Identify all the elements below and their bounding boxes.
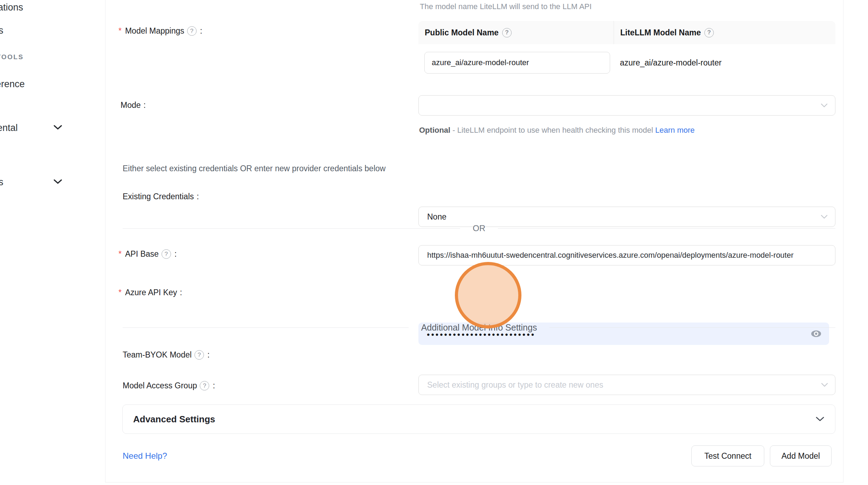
colon: : xyxy=(180,288,182,297)
model-mappings-label-text: Model Mappings xyxy=(125,26,184,36)
help-question-icon[interactable]: ? xyxy=(162,249,171,259)
sidebar-item-3[interactable]: erence xyxy=(0,79,25,90)
sidebar-item-4-label: ental xyxy=(0,123,18,133)
learn-more-link[interactable]: Learn more xyxy=(655,126,695,134)
required-asterisk: * xyxy=(118,288,122,297)
existing-credentials-label: Existing Credentials : xyxy=(123,192,199,201)
sidebar-item-2-label: s xyxy=(0,25,4,36)
azure-api-key-label-text: Azure API Key xyxy=(125,288,177,297)
colon: : xyxy=(144,101,146,110)
help-question-icon[interactable]: ? xyxy=(704,28,714,37)
add-model-button[interactable]: Add Model xyxy=(770,445,832,466)
model-name-help-text: The model name LiteLLM will send to the … xyxy=(420,2,592,11)
divider-line xyxy=(123,327,409,328)
team-byok-label-text: Team-BYOK Model xyxy=(123,350,192,360)
chevron-down-icon xyxy=(815,416,825,422)
mode-label: Mode : xyxy=(121,101,146,110)
litellm-model-name-header-text: LiteLLM Model Name xyxy=(620,28,701,37)
mode-help-body: - LiteLLM endpoint to use when health ch… xyxy=(450,126,655,134)
advanced-settings-panel[interactable]: Advanced Settings xyxy=(122,404,835,434)
litellm-model-name-header: LiteLLM Model Name ? xyxy=(614,21,835,44)
existing-credentials-label-text: Existing Credentials xyxy=(123,192,194,201)
add-model-form-card: The model name LiteLLM will send to the … xyxy=(105,0,843,483)
model-access-group-field xyxy=(418,375,835,395)
sidebar-item-1[interactable]: ations xyxy=(0,2,23,13)
sidebar-item-5-label: s xyxy=(0,177,4,187)
help-question-icon[interactable]: ? xyxy=(200,381,209,390)
help-question-icon[interactable]: ? xyxy=(194,350,204,360)
divider-line xyxy=(498,228,835,229)
help-question-icon[interactable]: ? xyxy=(187,26,197,36)
mode-help-bold: Optional xyxy=(419,126,450,134)
colon: : xyxy=(175,249,177,259)
team-byok-label: Team-BYOK Model ? : xyxy=(123,350,210,360)
api-base-label: * API Base ? : xyxy=(118,249,177,259)
chevron-down-icon[interactable] xyxy=(53,179,62,185)
azure-api-key-label: * Azure API Key : xyxy=(118,288,182,297)
sidebar-item-1-label: ations xyxy=(0,2,23,13)
credentials-note: Either select existing credentials OR en… xyxy=(123,164,385,173)
colon: : xyxy=(197,192,199,201)
required-asterisk: * xyxy=(118,249,122,259)
existing-credentials-value: None xyxy=(427,212,446,222)
litellm-model-name-value: azure_ai/azure-model-router xyxy=(614,58,835,68)
or-divider: OR xyxy=(123,223,835,233)
public-model-name-input[interactable] xyxy=(424,52,610,74)
mode-help-text: Optional - LiteLLM endpoint to use when … xyxy=(419,123,712,137)
model-access-group-label-text: Model Access Group xyxy=(123,381,197,390)
mode-label-text: Mode xyxy=(121,101,141,110)
mode-select[interactable] xyxy=(418,95,835,116)
advanced-settings-label: Advanced Settings xyxy=(133,414,215,425)
model-access-group-input[interactable] xyxy=(418,375,835,395)
sidebar: ations s TOOLS erence ental s xyxy=(0,0,105,485)
colon: : xyxy=(207,350,210,360)
sidebar-section-tools: TOOLS xyxy=(0,53,24,61)
api-base-label-text: API Base xyxy=(125,249,159,259)
sidebar-section-label: TOOLS xyxy=(0,53,24,61)
need-help-link[interactable]: Need Help? xyxy=(123,451,167,461)
chevron-down-icon xyxy=(820,103,828,108)
sidebar-item-3-label: erence xyxy=(0,79,25,89)
sidebar-item-2[interactable]: s xyxy=(0,25,4,36)
model-mappings-table-header: Public Model Name ? LiteLLM Model Name ? xyxy=(418,21,835,44)
public-model-name-header: Public Model Name ? xyxy=(418,21,614,44)
divider-line xyxy=(549,327,835,328)
chevron-down-icon xyxy=(821,382,828,387)
chevron-down-icon[interactable] xyxy=(53,125,62,130)
click-highlight-circle xyxy=(455,262,521,328)
sidebar-item-4[interactable]: ental xyxy=(0,123,18,133)
public-model-name-header-text: Public Model Name xyxy=(425,28,499,37)
or-divider-text: OR xyxy=(473,223,485,233)
chevron-down-icon xyxy=(820,214,828,219)
test-connect-button[interactable]: Test Connect xyxy=(691,445,764,466)
required-asterisk: * xyxy=(118,26,122,36)
sidebar-item-5[interactable]: s xyxy=(0,177,4,188)
model-mappings-label: * Model Mappings ? : xyxy=(118,26,202,36)
help-question-icon[interactable]: ? xyxy=(502,28,512,37)
model-mappings-table: Public Model Name ? LiteLLM Model Name ?… xyxy=(418,21,835,74)
colon: : xyxy=(213,381,215,390)
model-mappings-table-row: azure_ai/azure-model-router xyxy=(418,44,835,74)
colon: : xyxy=(200,26,202,36)
model-access-group-label: Model Access Group ? : xyxy=(123,381,215,390)
divider-line xyxy=(123,228,460,229)
